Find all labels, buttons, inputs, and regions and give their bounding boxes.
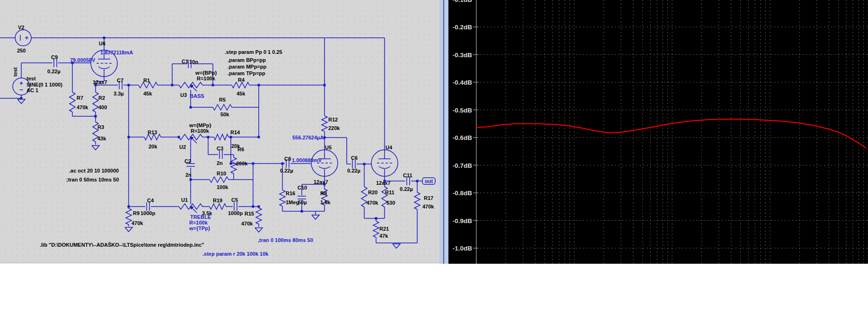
resistor-R12[interactable] bbox=[322, 116, 327, 131]
schematic-label: w={BPp} bbox=[195, 70, 217, 76]
junction-node bbox=[258, 84, 260, 86]
schematic-label: R2 bbox=[98, 95, 105, 101]
capacitor-C5[interactable] bbox=[234, 202, 237, 211]
schematic-label: R5 bbox=[219, 97, 226, 103]
potentiometer-U1[interactable] bbox=[179, 204, 202, 213]
waveform-canvas[interactable]: -0.1dB-0.2dB-0.3dB-0.4dB-0.5dB-0.6dB-0.7… bbox=[448, 0, 868, 264]
ground-symbol bbox=[92, 146, 99, 150]
tube-cathode bbox=[379, 166, 390, 169]
resistor-R17[interactable] bbox=[414, 192, 420, 209]
schematic-label: C11 bbox=[403, 173, 412, 178]
ground-symbol bbox=[393, 244, 400, 248]
resistor-R14[interactable] bbox=[214, 134, 228, 140]
schematic-label: 100k bbox=[217, 184, 228, 190]
schematic-label: 0.22µ bbox=[347, 168, 360, 173]
junction-node bbox=[171, 84, 174, 86]
resistor-R21[interactable] bbox=[373, 221, 379, 237]
schematic-label: C5 bbox=[231, 197, 238, 203]
schematic-label: U5 bbox=[325, 145, 332, 150]
schematic-annotation: 556.27624µA bbox=[292, 135, 324, 140]
resistor-R16[interactable] bbox=[280, 190, 285, 206]
ground-symbol bbox=[312, 215, 319, 219]
schematic-label: C6 bbox=[351, 155, 358, 161]
schematic-canvas[interactable]: outV2250testSINE(0 1 1000)AC 1C90.22µU61… bbox=[0, 0, 439, 263]
junction-node bbox=[281, 163, 284, 165]
schematic-label: AC 1 bbox=[26, 87, 38, 93]
schematic-label: R=100k bbox=[191, 128, 210, 134]
db-tick-label: -0.4dB bbox=[453, 79, 473, 86]
junction-node bbox=[258, 206, 260, 208]
schematic-label: 45k bbox=[237, 91, 245, 96]
resistor-R7[interactable] bbox=[70, 92, 75, 112]
schematic-annotation: TREBLE bbox=[190, 214, 211, 220]
resistor-R10[interactable] bbox=[210, 177, 228, 182]
schematic-label: R9 bbox=[133, 210, 140, 216]
schematic-label: 12ax7 bbox=[376, 180, 391, 186]
schematic-annotation: 79.00058V bbox=[70, 57, 96, 63]
db-tick-label: -0.9dB bbox=[453, 217, 473, 225]
schematic-label: ;tran 0 50ms 10ms 50 bbox=[66, 177, 119, 182]
schematic-label: V2 bbox=[18, 25, 24, 30]
junction-node bbox=[363, 163, 366, 165]
schematic-label: 50k bbox=[220, 112, 229, 117]
junction-node bbox=[190, 106, 192, 109]
panel-splitter[interactable] bbox=[439, 0, 448, 264]
schematic-label: U6 bbox=[99, 41, 105, 46]
schematic-label: R3 bbox=[97, 124, 104, 130]
db-tick-label: -0.2dB bbox=[453, 24, 473, 31]
resistor-R5[interactable] bbox=[213, 104, 232, 110]
capacitor-C6[interactable] bbox=[352, 160, 355, 168]
waveform-panel[interactable]: -0.1dB-0.2dB-0.3dB-0.4dB-0.5dB-0.6dB-0.7… bbox=[448, 0, 868, 264]
schematic-label: 470k bbox=[367, 200, 378, 206]
schematic-label: R17 bbox=[424, 195, 433, 201]
splitter-line bbox=[443, 0, 444, 264]
capacitor-C3[interactable] bbox=[219, 150, 222, 159]
junction-node bbox=[128, 206, 130, 208]
schematic-label: U3 bbox=[180, 92, 187, 98]
port-label: out bbox=[425, 178, 433, 184]
triode-U5[interactable] bbox=[311, 150, 338, 176]
schematic-label: R16 bbox=[286, 190, 295, 196]
tube-cathode bbox=[98, 67, 110, 69]
resistor-R4[interactable] bbox=[232, 82, 249, 88]
schematic-label: R8 bbox=[320, 190, 327, 196]
junction-node bbox=[375, 217, 377, 220]
schematic-label: 43k bbox=[97, 136, 106, 141]
schematic-label: 3.3µ bbox=[114, 91, 124, 96]
schematic-label: 1000p bbox=[228, 210, 243, 216]
resistor-R9[interactable] bbox=[126, 208, 132, 225]
schematic-label: 1.6k bbox=[320, 199, 331, 205]
triode-U4[interactable] bbox=[371, 150, 398, 176]
junction-node bbox=[230, 136, 232, 138]
frequency-response-trace[interactable] bbox=[476, 119, 866, 148]
schematic-label: R20 bbox=[368, 190, 377, 195]
schematic-label: 20k bbox=[149, 144, 158, 149]
resistor-R2[interactable] bbox=[93, 92, 98, 112]
junction-node bbox=[252, 163, 254, 165]
schematic-label: C8 bbox=[284, 156, 291, 162]
schematic-label: C4 bbox=[147, 198, 154, 203]
junction-node bbox=[103, 37, 105, 39]
capacitor-C4[interactable] bbox=[147, 202, 149, 211]
junction-node bbox=[252, 206, 254, 208]
resistor-R15[interactable] bbox=[256, 208, 262, 224]
schematic-annotation: .step param r 20k 100k 10k bbox=[202, 251, 269, 257]
schematic-label: R1 bbox=[143, 78, 150, 83]
schematic-label: 200k bbox=[236, 161, 248, 166]
schematic-label: .ac oct 20 10 100000 bbox=[69, 168, 119, 173]
resistor-R19[interactable] bbox=[210, 204, 226, 209]
schematic-label: C7 bbox=[117, 78, 123, 83]
voltage-source-V2[interactable] bbox=[15, 30, 31, 46]
junction-node bbox=[324, 84, 326, 86]
schematic-label: R12 bbox=[328, 117, 338, 122]
schematic-annotation: 1.8372118mA bbox=[100, 50, 133, 55]
db-tick-label: -0.6dB bbox=[453, 134, 473, 141]
schematic-label: 1000p bbox=[140, 210, 155, 216]
schematic-label: 470k bbox=[77, 104, 88, 110]
junction-node bbox=[20, 97, 23, 100]
schematic-label: test bbox=[12, 67, 18, 77]
output-port[interactable]: out bbox=[422, 178, 435, 184]
schematic-label: test bbox=[26, 76, 36, 81]
capacitor-C10[interactable] bbox=[298, 196, 306, 199]
schematic-panel[interactable]: outV2250testSINE(0 1 1000)AC 1C90.22µU61… bbox=[0, 0, 439, 263]
